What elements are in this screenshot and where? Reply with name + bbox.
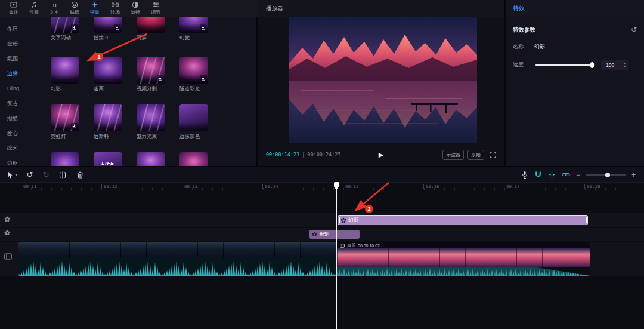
sticker-icon: [71, 1, 78, 8]
preview-frame: [289, 17, 477, 143]
speed-slider[interactable]: [535, 62, 595, 69]
sparkle-icon: [91, 1, 98, 8]
tab-effects[interactable]: 特效: [85, 1, 105, 16]
video-clip-title-bar: 风景 00:00:10:02: [337, 242, 590, 248]
delete-button[interactable]: [76, 171, 84, 179]
tab-media[interactable]: 媒体: [4, 1, 24, 16]
tab-transition[interactable]: 转场: [105, 1, 125, 16]
original-ratio-button[interactable]: 原始: [467, 150, 484, 160]
redo-button[interactable]: ↻: [42, 171, 49, 179]
effect-thumbnail: [179, 104, 208, 131]
effect-item[interactable]: 迪斯科: [94, 104, 122, 140]
name-label: 名称: [513, 43, 534, 51]
snap-toggle[interactable]: [548, 171, 556, 179]
category-item[interactable]: 综艺: [0, 141, 38, 156]
filmstrip: [337, 248, 590, 267]
tab-sticker[interactable]: 贴纸: [64, 1, 85, 16]
effect-label: 幻觉: [179, 35, 208, 42]
effect-item[interactable]: 边缘加色: [179, 104, 208, 140]
zoom-in-icon[interactable]: +: [631, 171, 636, 179]
speed-label: 速度: [513, 61, 534, 69]
download-icon[interactable]: [200, 75, 206, 82]
timeline-zoom-slider[interactable]: [586, 172, 626, 178]
effect-clip-huanying[interactable]: 幻影: [338, 215, 588, 225]
ruler-label: 00:17: [504, 184, 520, 189]
speed-value: 100: [606, 62, 623, 68]
effect-thumbnail: [179, 17, 208, 33]
clip-label: 幻影: [348, 217, 358, 224]
effect-item[interactable]: 迷离: [94, 57, 122, 93]
effect-item[interactable]: 霓虹灯: [51, 104, 79, 140]
tab-adjust[interactable]: 调节: [145, 1, 166, 16]
effect-item[interactable]: 隧道彩光: [179, 57, 208, 93]
effect-item[interactable]: 幻觉: [179, 17, 208, 42]
inspector-title: 特效: [506, 0, 644, 17]
tab-audio[interactable]: 音频: [24, 1, 44, 16]
linkage-toggle[interactable]: [562, 171, 570, 179]
step-down-icon[interactable]: ▼: [623, 65, 626, 68]
download-icon[interactable]: [200, 24, 206, 31]
tab-sticker-label: 贴纸: [70, 9, 79, 16]
fullscreen-icon[interactable]: [490, 152, 496, 158]
reset-icon[interactable]: ↺: [631, 26, 637, 34]
magnet-toggle[interactable]: [534, 171, 542, 179]
asset-tabbar: 媒体 音频 TI 文本 贴纸 特效 转场: [0, 0, 260, 17]
download-icon[interactable]: [114, 24, 120, 31]
record-voiceover-button[interactable]: [521, 171, 528, 179]
tab-media-label: 媒体: [9, 9, 18, 16]
tab-filter-label: 滤镜: [131, 9, 140, 16]
effect-item[interactable]: [137, 152, 165, 166]
audio-waveform: [18, 258, 337, 276]
category-item[interactable]: Bling: [0, 81, 38, 96]
effect-item[interactable]: 视频分割: [137, 57, 165, 93]
effect-item[interactable]: 摇摆 II: [94, 17, 122, 42]
download-icon[interactable]: [71, 123, 78, 130]
audio-waveform: [337, 267, 590, 276]
effect-item-huanying[interactable]: 幻影: [51, 57, 79, 93]
effect-item[interactable]: 文字闪动: [51, 17, 79, 42]
category-item[interactable]: 爱心: [0, 126, 38, 141]
timeline-ruler[interactable]: 00:11 00:12 00:13 00:14 00:15 00:16 00:1…: [0, 183, 644, 191]
effect-thumbnail: [137, 57, 165, 84]
ruler-label: 00:14: [262, 184, 278, 189]
playhead[interactable]: [336, 182, 337, 329]
video-track-icon[interactable]: [4, 253, 12, 260]
effect-item[interactable]: LIFE: [94, 152, 122, 166]
speed-value-box[interactable]: 100 ▲ ▼: [601, 60, 628, 70]
effect-item[interactable]: [51, 152, 79, 166]
tab-filter[interactable]: 滤镜: [125, 1, 145, 16]
download-icon[interactable]: [157, 75, 163, 82]
tab-effects-label: 特效: [90, 9, 100, 16]
select-tool[interactable]: ▾: [6, 171, 17, 179]
speed-slider-handle[interactable]: [590, 62, 594, 68]
download-icon[interactable]: [71, 24, 78, 31]
zoom-out-icon[interactable]: −: [576, 171, 580, 179]
category-item[interactable]: 复古: [0, 96, 38, 111]
slider-fill: [535, 64, 593, 66]
effect-label: 迪斯科: [94, 133, 122, 140]
category-item[interactable]: 金粉: [0, 36, 38, 51]
effect-item[interactable]: [179, 152, 208, 166]
category-item[interactable]: 冬日: [0, 21, 38, 36]
oscilloscope-button[interactable]: 示波器: [442, 150, 464, 160]
effect-track-icon[interactable]: [4, 216, 10, 222]
play-button[interactable]: ▶: [379, 151, 383, 159]
video-preview: [289, 17, 477, 143]
playhead-handle[interactable]: [334, 182, 339, 187]
chevron-down-icon[interactable]: ▾: [15, 173, 17, 177]
effect-item[interactable]: 魅力光束: [137, 104, 165, 140]
effect-track-icon[interactable]: [4, 230, 10, 236]
video-clip-left[interactable]: [18, 242, 337, 276]
effect-inspector-panel: 特效 特效参数 ↺ 名称 幻影 速度 100 ▲ ▼: [506, 0, 644, 166]
effect-thumbnail: [94, 104, 122, 131]
undo-button[interactable]: ↺: [27, 171, 33, 179]
category-item[interactable]: 氛围: [0, 51, 38, 66]
zoom-slider-handle[interactable]: [605, 173, 610, 177]
effect-clip-xingke[interactable]: 形刻: [309, 230, 360, 239]
category-item-active[interactable]: 边缘: [0, 66, 38, 81]
video-clip-selected[interactable]: 风景 00:00:10:02: [337, 242, 590, 276]
effect-item[interactable]: 闪屏: [137, 17, 165, 42]
tab-text[interactable]: TI 文本: [44, 1, 64, 16]
category-item[interactable]: 潮酷: [0, 111, 38, 126]
split-button[interactable]: [58, 171, 67, 179]
